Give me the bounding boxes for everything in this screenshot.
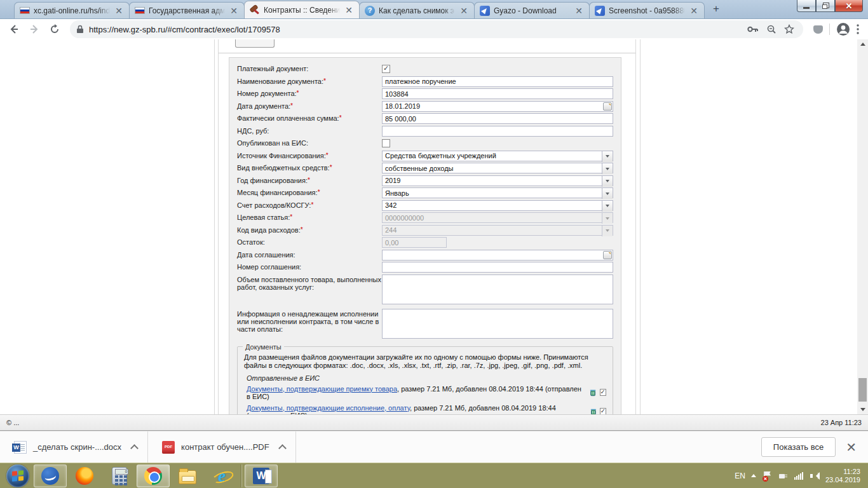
dropdown-arrow-icon[interactable] bbox=[602, 213, 613, 224]
network-signal-icon[interactable] bbox=[794, 471, 804, 481]
form-row: Месяц финансирования:*Январь bbox=[237, 187, 613, 198]
date-input[interactable] bbox=[382, 250, 613, 261]
extension-icon[interactable] bbox=[813, 25, 823, 34]
text-input[interactable] bbox=[382, 262, 613, 273]
file-checkbox[interactable] bbox=[600, 408, 606, 414]
menu-dots-icon[interactable] bbox=[857, 24, 859, 34]
close-button[interactable]: ✕ bbox=[835, 0, 863, 12]
forward-button[interactable] bbox=[25, 20, 43, 38]
browser-titlebar: xc.gati-online.ru/hs/inde✕Государственна… bbox=[0, 0, 868, 19]
tab-close-icon[interactable]: ✕ bbox=[459, 6, 469, 15]
minimize-button[interactable] bbox=[797, 0, 816, 12]
refresh-button[interactable] bbox=[46, 20, 64, 38]
browser-tab[interactable]: Государственная админ✕ bbox=[129, 2, 245, 18]
field-label: НДС, руб: bbox=[237, 126, 382, 135]
tab-close-icon[interactable]: ✕ bbox=[344, 6, 354, 15]
back-button[interactable] bbox=[5, 20, 23, 38]
form-row: Источник Финансирования:*Средства бюджет… bbox=[237, 151, 613, 161]
calendar-picker-icon[interactable] bbox=[603, 251, 612, 259]
checkbox[interactable] bbox=[382, 139, 390, 147]
browser-tab[interactable]: Gyazo - Download✕ bbox=[474, 2, 590, 18]
clipped-button[interactable] bbox=[235, 39, 275, 48]
power-plug-icon[interactable] bbox=[778, 471, 788, 481]
dropdown-arrow-icon[interactable] bbox=[602, 176, 613, 187]
browser-tab[interactable]: Screenshot - 0a9588809✕ bbox=[589, 2, 705, 18]
taskbar-app-sputnik[interactable] bbox=[34, 464, 67, 487]
dropdown-arrow-icon[interactable] bbox=[602, 188, 613, 199]
taskbar-app-firefox[interactable] bbox=[68, 464, 101, 487]
show-all-downloads-button[interactable]: Показать все bbox=[761, 437, 836, 457]
checkbox[interactable] bbox=[382, 65, 390, 73]
text-input[interactable]: платежное поручение bbox=[382, 76, 613, 87]
textarea-input[interactable] bbox=[382, 309, 613, 339]
text-input[interactable] bbox=[382, 126, 613, 137]
language-indicator[interactable]: EN bbox=[735, 471, 745, 480]
scroll-down-icon[interactable] bbox=[857, 405, 868, 414]
new-tab-button[interactable]: + bbox=[708, 3, 724, 16]
delete-file-icon[interactable] bbox=[589, 388, 597, 396]
taskbar-app-word[interactable]: W bbox=[245, 464, 278, 487]
calendar-picker-icon[interactable] bbox=[603, 102, 612, 111]
restore-button[interactable] bbox=[816, 0, 835, 12]
browser-tab[interactable]: Контракты :: Сведения о✕ bbox=[244, 1, 360, 18]
download-menu-chevron-icon[interactable] bbox=[278, 444, 287, 452]
scroll-up-icon[interactable] bbox=[857, 39, 868, 49]
tab-close-icon[interactable]: ✕ bbox=[114, 6, 124, 15]
browser-tab[interactable]: xc.gati-online.ru/hs/inde✕ bbox=[14, 2, 130, 18]
firefox-icon bbox=[76, 467, 93, 485]
download-item[interactable]: _сделать скрин-....docx bbox=[0, 431, 147, 463]
select-input[interactable]: 342 bbox=[382, 200, 613, 211]
toolbar-separator bbox=[829, 24, 830, 35]
site-status-bar: © ... 23 Апр 11:23 bbox=[0, 414, 868, 431]
taskbar-clock[interactable]: 11:23 23.04.2019 bbox=[825, 468, 860, 484]
zoom-out-icon[interactable] bbox=[766, 24, 776, 34]
address-bar[interactable]: https://new.gz-spb.ru/#cm/contract/exec/… bbox=[70, 20, 803, 38]
action-center-flag-icon[interactable]: ✕ bbox=[762, 471, 772, 481]
dropdown-arrow-icon[interactable] bbox=[602, 201, 613, 212]
tab-close-icon[interactable]: ✕ bbox=[574, 6, 584, 15]
field-label: Дата соглашения: bbox=[237, 250, 382, 259]
document-link[interactable]: Документы, подтверждающие приемку товара bbox=[247, 385, 397, 393]
browser-tab[interactable]: Как сделать снимок экр✕ bbox=[359, 2, 475, 18]
tab-close-icon[interactable]: ✕ bbox=[689, 6, 699, 15]
taskbar-app-calculator[interactable] bbox=[102, 464, 135, 487]
profile-avatar-icon[interactable] bbox=[836, 22, 850, 36]
taskbar-app-ie[interactable]: e bbox=[205, 464, 238, 487]
tab-close-icon[interactable]: ✕ bbox=[229, 6, 239, 15]
dropdown-arrow-icon[interactable] bbox=[602, 163, 613, 174]
key-icon[interactable] bbox=[747, 25, 759, 33]
field-label: Фактически оплаченная сумма:* bbox=[237, 113, 382, 122]
forward-icon bbox=[29, 24, 39, 34]
page-scrollbar[interactable] bbox=[857, 39, 868, 414]
select-input[interactable]: 0000000000 bbox=[382, 212, 613, 223]
dropdown-arrow-icon[interactable] bbox=[602, 226, 613, 236]
download-filename: контракт обучен....PDF bbox=[181, 442, 269, 452]
field-container: Январь bbox=[382, 187, 613, 198]
select-input[interactable]: 244 bbox=[382, 225, 613, 236]
volume-icon[interactable] bbox=[810, 471, 820, 481]
download-item[interactable]: контракт обучен....PDF bbox=[148, 431, 295, 463]
date-input[interactable]: 18.01.2019 bbox=[382, 101, 613, 112]
start-button[interactable] bbox=[6, 464, 29, 487]
date-time-text: 23 Апр 11:23 bbox=[821, 419, 862, 426]
file-checkbox[interactable] bbox=[600, 389, 606, 396]
scrollbar-thumb[interactable] bbox=[858, 378, 867, 402]
text-input[interactable]: 85 000,00 bbox=[382, 113, 613, 124]
select-input[interactable]: Средства бюджетных учреждений bbox=[382, 151, 613, 161]
text-input[interactable]: 103884 bbox=[382, 88, 613, 99]
select-input[interactable]: Январь bbox=[382, 187, 613, 198]
delete-file-icon[interactable] bbox=[590, 407, 597, 414]
document-link[interactable]: Документы, подтверждающие исполнение, оп… bbox=[247, 404, 410, 412]
download-menu-chevron-icon[interactable] bbox=[130, 444, 139, 452]
text-input[interactable]: 0,00 bbox=[382, 237, 447, 248]
taskbar-app-explorer[interactable] bbox=[171, 464, 204, 487]
select-input[interactable]: 2019 bbox=[382, 175, 613, 186]
dropdown-arrow-icon[interactable] bbox=[602, 151, 613, 162]
bookmark-star-icon[interactable] bbox=[784, 24, 794, 34]
close-downloads-bar-icon[interactable]: ✕ bbox=[846, 441, 857, 454]
select-input[interactable]: собственные доходы bbox=[382, 163, 613, 173]
textarea-input[interactable] bbox=[382, 274, 613, 304]
taskbar-app-chrome[interactable] bbox=[137, 464, 170, 487]
show-hidden-icons-button[interactable] bbox=[751, 474, 756, 477]
restore-icon bbox=[822, 4, 827, 9]
